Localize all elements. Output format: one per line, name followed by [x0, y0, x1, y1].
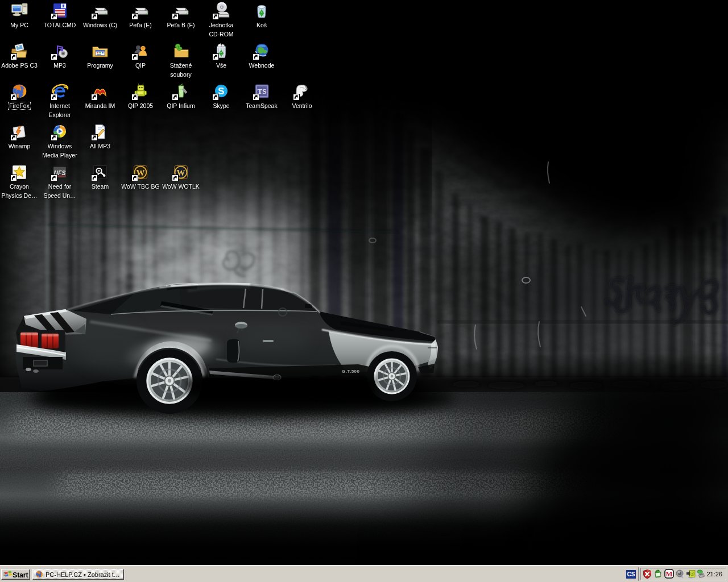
svg-text:S: S [218, 86, 224, 97]
svg-text:G.T.500: G.T.500 [342, 369, 360, 374]
svg-text:M: M [665, 569, 672, 578]
